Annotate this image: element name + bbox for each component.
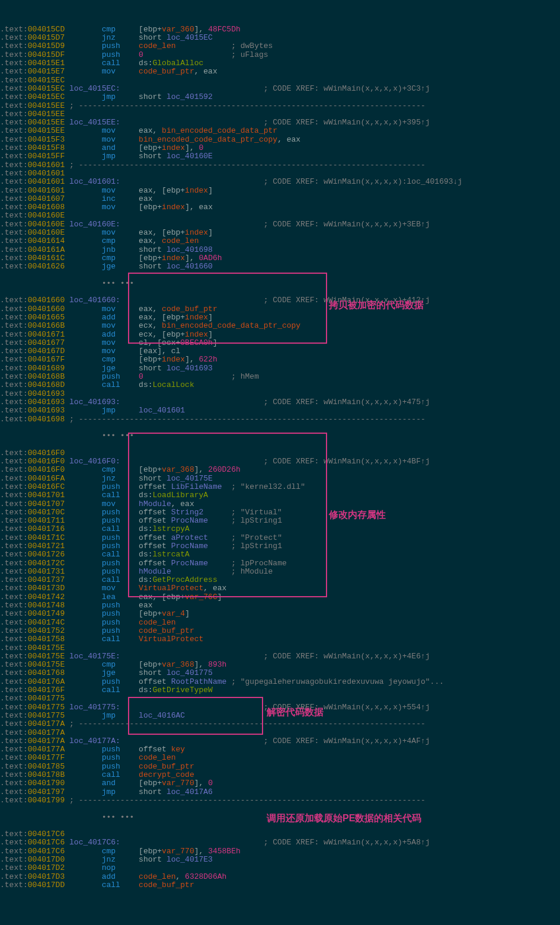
annotation-3: 解密代码数据	[267, 708, 324, 716]
annotation-4: 调用还原加载原始PE数据的相关代码	[267, 814, 421, 822]
disassembly-listing: .text:004015CD cmp [ebp+var_360], 48FC5D…	[0, 25, 560, 889]
annotation-2: 修改内存属性	[329, 511, 386, 519]
annotation-1: 拷贝被加密的代码数据	[329, 301, 424, 309]
